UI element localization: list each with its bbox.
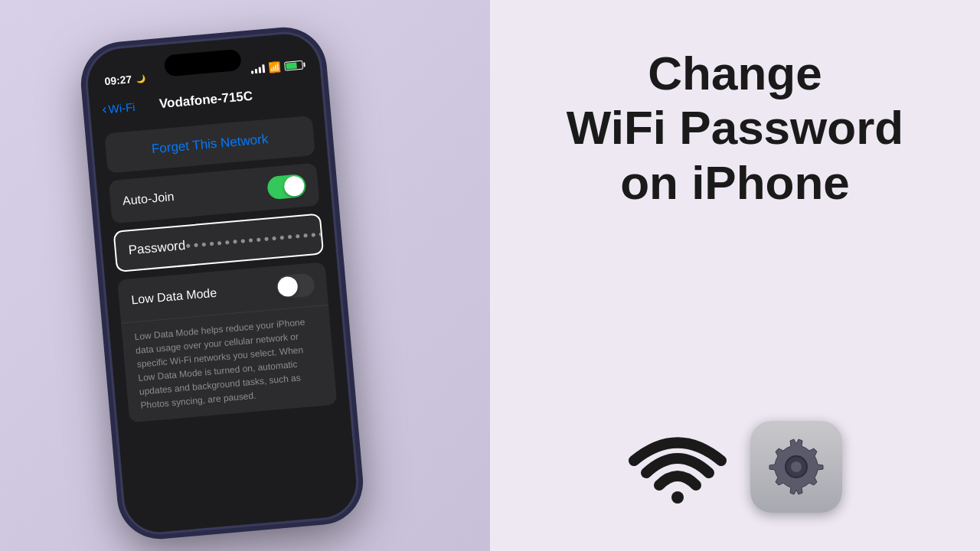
battery-fill	[286, 62, 297, 69]
password-value: ●●●●●●●●●●●●●●●●●●	[185, 228, 325, 251]
battery-icon	[284, 60, 303, 70]
signal-bar-2	[255, 68, 258, 73]
signal-bar-3	[259, 67, 262, 73]
auto-join-row: Auto-Join	[109, 163, 320, 223]
auto-join-label: Auto-Join	[122, 190, 175, 208]
gear-icon	[766, 436, 827, 497]
wifi-status-icon: 📶	[268, 60, 281, 73]
back-button[interactable]: ‹ Wi-Fi	[102, 99, 136, 118]
signal-bar-4	[262, 64, 265, 73]
svg-point-2	[791, 461, 802, 472]
password-row[interactable]: Password ●●●●●●●●●●●●●●●●●●	[115, 215, 322, 271]
title-line1: Change	[567, 46, 903, 100]
wifi-icon-large	[628, 429, 727, 505]
password-section: Password ●●●●●●●●●●●●●●●●●●	[113, 213, 325, 272]
settings-content: Forget This Network Auto-Join Password ●…	[92, 107, 351, 439]
phone-screen: ‹ Wi-Fi Vodafone-715C Forget This Networ…	[89, 73, 359, 535]
moon-icon: 🌙	[136, 73, 146, 83]
svg-point-0	[671, 491, 684, 504]
main-title: Change WiFi Password on iPhone	[567, 46, 903, 210]
title-line2: WiFi Password	[567, 100, 903, 155]
icons-row	[628, 421, 842, 513]
status-icons: 📶	[250, 59, 303, 75]
right-panel: Change WiFi Password on iPhone	[490, 0, 980, 551]
low-data-mode-toggle[interactable]	[275, 273, 315, 299]
title-line3: on iPhone	[567, 155, 903, 210]
back-label: Wi-Fi	[108, 100, 136, 116]
forget-network-section: Forget This Network	[104, 116, 315, 174]
phone-mockup: 09:27 🌙 📶 ‹	[83, 29, 362, 538]
password-label: Password	[128, 238, 186, 258]
low-data-mode-section: Low Data Mode Low Data Mode helps reduce…	[117, 262, 337, 422]
auto-join-toggle[interactable]	[266, 174, 306, 200]
status-time: 09:27 🌙	[104, 72, 146, 88]
auto-join-section: Auto-Join	[109, 163, 320, 223]
forget-network-button[interactable]: Forget This Network	[104, 116, 315, 174]
signal-bar-1	[251, 70, 253, 73]
back-chevron-icon: ‹	[102, 101, 108, 117]
signal-bars	[250, 64, 265, 74]
nav-title: Vodafone-715C	[158, 89, 253, 112]
low-data-description: Low Data Mode helps reduce your iPhone d…	[121, 305, 337, 422]
forget-network-label: Forget This Network	[151, 132, 269, 157]
settings-icon-large	[750, 421, 842, 513]
left-panel: 09:27 🌙 📶 ‹	[0, 0, 490, 551]
low-data-mode-label: Low Data Mode	[131, 286, 217, 308]
